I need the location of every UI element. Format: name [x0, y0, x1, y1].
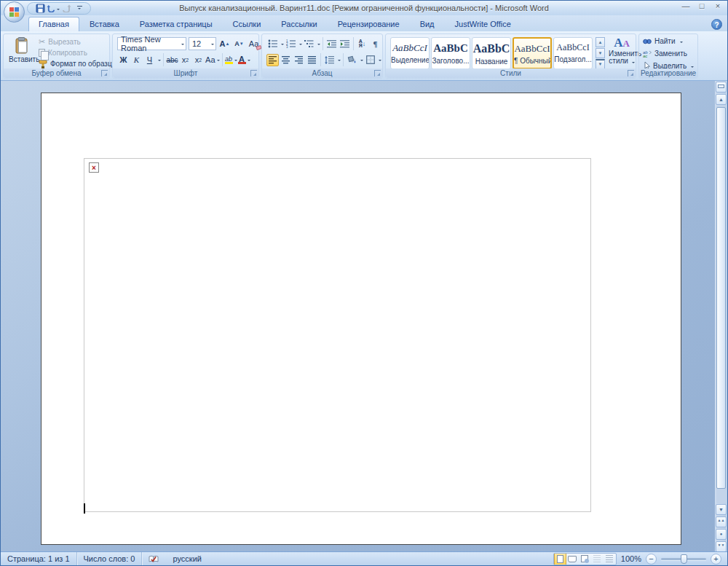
clear-formatting-button[interactable]: Аа — [248, 38, 260, 50]
zoom-slider-track[interactable] — [661, 558, 706, 560]
styles-scroll-down-button[interactable]: ▼ — [596, 48, 605, 58]
proofing-status[interactable] — [142, 552, 166, 565]
document-page[interactable]: × — [41, 93, 681, 545]
change-case-button[interactable]: Аа — [205, 54, 220, 66]
paragraph-row-1: 123 АЯ ↓ ¶ — [266, 37, 381, 50]
fullscreen-reading-view-button[interactable] — [566, 554, 579, 565]
undo-button[interactable] — [47, 3, 60, 14]
tab-view[interactable]: Вид — [410, 17, 445, 31]
underline-button[interactable]: Ч — [143, 54, 156, 66]
outline-view-button[interactable] — [591, 554, 604, 565]
decrease-indent-button[interactable] — [325, 38, 338, 50]
styles-gallery-more-button[interactable]: ▼ — [596, 59, 605, 69]
broken-image-placeholder[interactable]: × — [89, 162, 99, 173]
format-painter-button[interactable]: Формат по образцу — [39, 58, 116, 69]
tab-mailings[interactable]: Рассылки — [271, 17, 327, 31]
bullets-dropdown-icon[interactable] — [281, 44, 284, 47]
document-area[interactable]: × — [1, 81, 716, 553]
scroll-down-button[interactable]: ▼ — [716, 504, 727, 515]
borders-button[interactable] — [364, 54, 376, 66]
underline-dropdown-icon[interactable] — [158, 60, 161, 63]
scrollbar-track[interactable] — [716, 106, 726, 503]
minimize-button[interactable]: — — [681, 1, 691, 10]
find-button[interactable]: Найти — [643, 36, 697, 47]
style-card-heading1[interactable]: AaBbC Заголово... — [431, 37, 470, 69]
show-paragraph-marks-button[interactable]: ¶ — [369, 38, 381, 50]
shrink-font-button[interactable]: А▼ — [233, 38, 245, 50]
text-frame[interactable]: × — [84, 158, 591, 512]
strikethrough-button[interactable]: abc — [166, 54, 178, 66]
bold-button[interactable]: Ж — [117, 54, 130, 66]
tab-references[interactable]: Ссылки — [223, 17, 272, 31]
zoom-level[interactable]: 100% — [621, 554, 641, 563]
shrink-font-arrow: ▼ — [240, 42, 244, 46]
tab-home[interactable]: Главная — [28, 17, 79, 31]
grow-font-button[interactable]: А▲ — [218, 38, 231, 50]
shading-button[interactable] — [346, 54, 358, 66]
page-indicator[interactable]: Страница: 1 из 1 — [1, 552, 77, 565]
numbering-button[interactable]: 123 — [285, 38, 297, 50]
restore-button[interactable]: □ — [697, 1, 707, 10]
tab-page-layout[interactable]: Разметка страницы — [130, 17, 223, 31]
font-name-combo[interactable]: Times New Roman — [117, 37, 186, 50]
sort-button[interactable]: АЯ ↓ — [356, 38, 368, 50]
paragraph-dialog-launcher[interactable] — [374, 70, 381, 76]
line-spacing-dropdown-icon[interactable] — [338, 60, 341, 63]
font-color-dropdown-icon — [248, 60, 250, 63]
styles-gallery-scroll: ▲ ▼ ▼ — [596, 37, 605, 70]
next-page-button[interactable]: ▼▼ — [716, 541, 727, 552]
paste-button[interactable]: Вставить — [8, 36, 36, 69]
multilevel-list-dropdown-icon[interactable] — [317, 44, 320, 47]
change-styles-button[interactable]: AA Изменить стили — [609, 36, 635, 70]
font-dialog-launcher[interactable] — [250, 70, 257, 76]
tab-review[interactable]: Рецензирование — [328, 17, 410, 31]
clipboard-dialog-launcher[interactable] — [101, 70, 108, 76]
print-layout-view-button[interactable] — [554, 554, 566, 565]
tab-justwrite-office[interactable]: JustWrite Office — [445, 17, 521, 31]
style-card-title[interactable]: AaBbC Название — [472, 37, 511, 69]
borders-dropdown-icon[interactable] — [379, 60, 381, 63]
replace-button[interactable]: abac Заменить — [643, 48, 697, 59]
subscript-button[interactable]: x2 — [179, 54, 191, 66]
zoom-slider-thumb[interactable] — [681, 554, 687, 564]
scroll-up-button[interactable]: ▲ — [716, 94, 727, 105]
scrollbar-thumb[interactable] — [716, 107, 726, 489]
align-left-button[interactable] — [266, 54, 279, 66]
style-card-subtitle[interactable]: AaBbCcI Подзагол... — [553, 37, 593, 69]
ruler-toggle-button[interactable] — [716, 82, 727, 93]
style-card-normal[interactable]: AaBbCcI ¶ Обычный — [513, 37, 552, 69]
previous-page-button[interactable]: ▲▲ — [716, 516, 727, 527]
italic-button[interactable]: К — [130, 54, 143, 66]
styles-scroll-up-button[interactable]: ▲ — [596, 37, 605, 47]
align-center-button[interactable] — [280, 54, 292, 66]
font-color-button[interactable]: А — [238, 54, 250, 66]
tab-insert[interactable]: Вставка — [79, 17, 130, 31]
draft-view-button[interactable] — [604, 554, 616, 565]
select-browse-object-button[interactable]: ● — [716, 529, 727, 540]
clipboard-commands: ✂ Вырезать Копировать Формат по образцу — [39, 36, 116, 69]
multilevel-list-button[interactable] — [303, 38, 315, 50]
increase-indent-button[interactable] — [339, 38, 351, 50]
word-count[interactable]: Число слов: 0 — [77, 552, 143, 565]
superscript-button[interactable]: x2 — [192, 54, 205, 66]
highlight-button[interactable]: ab — [225, 54, 237, 66]
line-spacing-button[interactable] — [323, 54, 336, 66]
style-card-emphasis[interactable]: AaBbCcI Выделение — [390, 37, 430, 69]
language-indicator[interactable]: русский — [166, 552, 207, 565]
shading-dropdown-icon[interactable] — [360, 60, 363, 63]
styles-dialog-launcher[interactable] — [628, 70, 634, 76]
justify-button[interactable] — [306, 54, 318, 66]
web-layout-view-button[interactable] — [579, 554, 591, 565]
office-button[interactable] — [4, 1, 25, 23]
help-button[interactable]: ? — [711, 19, 722, 30]
zoom-in-button[interactable]: + — [711, 554, 721, 565]
numbering-dropdown-icon[interactable] — [299, 44, 302, 47]
save-button[interactable] — [33, 3, 47, 14]
zoom-out-button[interactable]: − — [646, 554, 657, 565]
close-button[interactable]: × — [713, 1, 723, 10]
bullets-button[interactable] — [266, 38, 279, 50]
undo-dropdown-icon[interactable] — [57, 9, 60, 12]
align-right-button[interactable] — [293, 54, 305, 66]
font-size-combo[interactable]: 12 — [189, 37, 216, 50]
qat-customize-button[interactable] — [73, 3, 86, 14]
